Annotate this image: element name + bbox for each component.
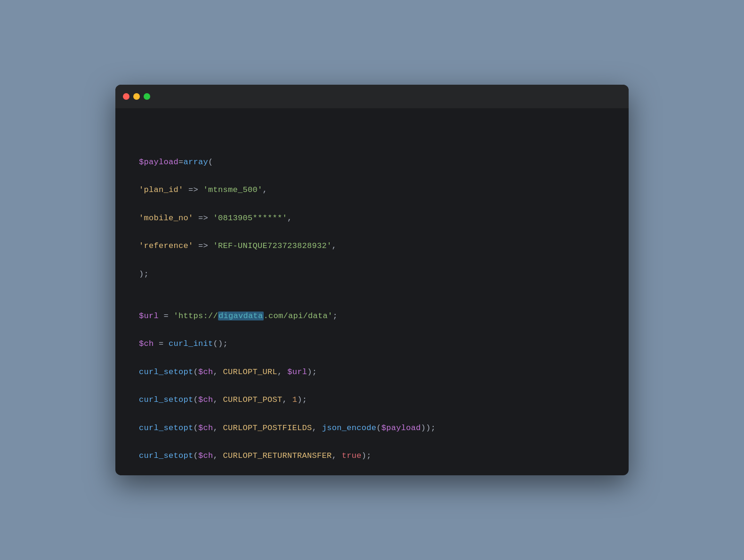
titlebar bbox=[115, 85, 629, 108]
minimize-button[interactable] bbox=[133, 93, 140, 100]
code-content: $payload=array( 'plan_id' => 'mtnsme_500… bbox=[139, 127, 605, 475]
code-window: $payload=array( 'plan_id' => 'mtnsme_500… bbox=[115, 85, 629, 475]
maximize-button[interactable] bbox=[144, 93, 150, 100]
code-editor: $payload=array( 'plan_id' => 'mtnsme_500… bbox=[115, 108, 629, 475]
close-button[interactable] bbox=[123, 93, 129, 100]
code-line-1: $payload=array( 'plan_id' => 'mtnsme_500… bbox=[139, 158, 436, 476]
